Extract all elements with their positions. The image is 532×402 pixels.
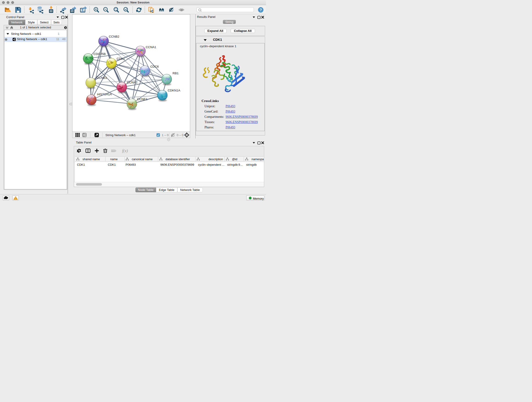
svg-text:String Network – cdk1: String Network – cdk1 bbox=[105, 133, 136, 137]
svg-text:CCNB1: CCNB1 bbox=[96, 76, 107, 79]
svg-text:1 – 0: 1 – 0 bbox=[162, 133, 169, 137]
svg-text:0 – 0: 0 – 0 bbox=[177, 133, 184, 137]
svg-text:CDK1: CDK1 bbox=[117, 57, 125, 60]
svg-text:database identifier: database identifier bbox=[166, 157, 190, 161]
svg-text:9606.ENSP00000378699: 9606.ENSP00000378699 bbox=[160, 163, 194, 166]
svg-text:CDK1: CDK1 bbox=[77, 163, 85, 166]
svg-text:CCNA2: CCNA2 bbox=[127, 80, 138, 84]
svg-text:canonical name: canonical name bbox=[132, 157, 152, 161]
svg-text:description: description bbox=[209, 157, 223, 161]
svg-text:CCNE1: CCNE1 bbox=[137, 97, 147, 101]
svg-text:P06493: P06493 bbox=[126, 163, 136, 166]
svg-text:?: ? bbox=[260, 7, 262, 12]
svg-text:CCNB2: CCNB2 bbox=[109, 35, 119, 38]
svg-text:CDC6: CDC6 bbox=[150, 65, 159, 68]
svg-text:name: name bbox=[110, 157, 118, 161]
svg-text:cyclin–dependent ...: cyclin–dependent ... bbox=[198, 163, 225, 166]
svg-text:shared name: shared name bbox=[82, 157, 100, 161]
svg-text:f(x): f(x) bbox=[122, 148, 128, 153]
svg-text:CDK1: CDK1 bbox=[108, 163, 116, 166]
svg-text:@id: @id bbox=[232, 157, 237, 161]
svg-text:stringdb: stringdb bbox=[246, 163, 257, 166]
svg-text:stringdb:9...: stringdb:9... bbox=[227, 163, 243, 166]
svg-text:CDC25B: CDC25B bbox=[94, 52, 106, 56]
svg-text:HIST1H1A: HIST1H1A bbox=[97, 92, 112, 96]
svg-text:CDKN1A: CDKN1A bbox=[168, 89, 180, 92]
svg-text:RB1: RB1 bbox=[172, 71, 178, 75]
svg-text:namespac: namespac bbox=[252, 157, 264, 161]
svg-text:CCNA1: CCNA1 bbox=[146, 45, 156, 49]
